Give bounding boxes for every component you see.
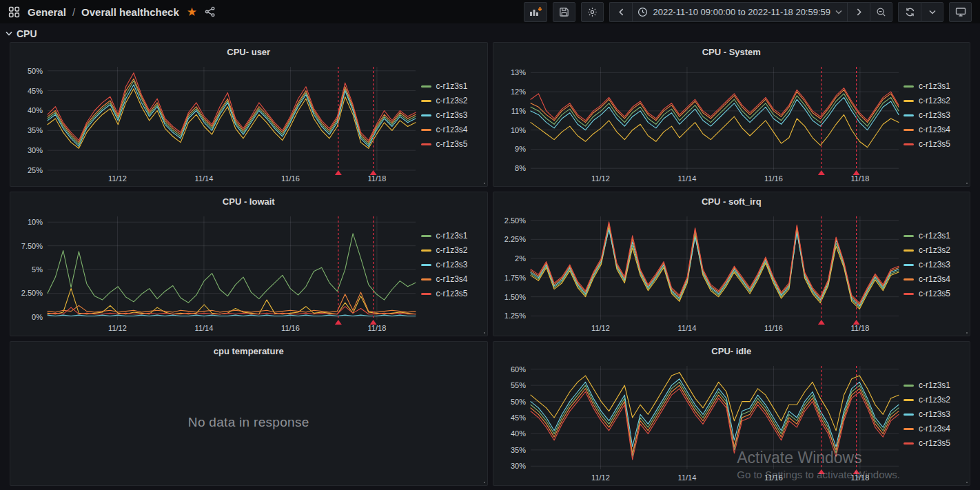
svg-text:45%: 45% [28, 87, 43, 95]
breadcrumb-dashboard-title[interactable]: Overall healthcheck [81, 6, 179, 18]
legend-item-c-r1z3s4[interactable]: c-r1z3s4 [904, 125, 967, 134]
svg-text:13%: 13% [510, 68, 525, 76]
legend-series-label: c-r1z3s1 [436, 81, 468, 91]
legend-color-swatch [904, 235, 914, 237]
svg-text:40%: 40% [510, 429, 525, 438]
breadcrumb-section[interactable]: General [28, 6, 66, 18]
cpu-soft-irq-chart[interactable]: 2.50%2.25%2%1.75%1.50%1.25%11/1211/1411/… [498, 210, 904, 334]
refresh-interval-dropdown-button[interactable] [921, 2, 943, 22]
legend-item-c-r1z3s1[interactable]: c-r1z3s1 [421, 231, 484, 241]
legend-item-c-r1z3s1[interactable]: c-r1z3s1 [904, 81, 967, 91]
row-chevron-down-icon [6, 31, 12, 36]
legend-item-c-r1z3s3[interactable]: c-r1z3s3 [421, 110, 484, 120]
legend-item-c-r1z3s2[interactable]: c-r1z3s2 [904, 395, 967, 405]
save-dashboard-button[interactable] [553, 2, 575, 22]
favorite-star-icon[interactable]: ★ [187, 6, 197, 18]
cpu-idle-legend: c-r1z3s1c-r1z3s2c-r1z3s3c-r1z3s4c-r1z3s5 [904, 360, 967, 484]
zoom-out-button[interactable] [870, 2, 892, 22]
legend-item-c-r1z3s4[interactable]: c-r1z3s4 [421, 125, 484, 134]
legend-item-c-r1z3s3[interactable]: c-r1z3s3 [904, 110, 967, 120]
legend-item-c-r1z3s3[interactable]: c-r1z3s3 [421, 260, 484, 269]
legend-item-c-r1z3s5[interactable]: c-r1z3s5 [904, 438, 967, 448]
panel-title-cpu-idle[interactable]: CPU- idle [493, 342, 970, 360]
svg-text:25%: 25% [28, 166, 43, 174]
row-header-cpu[interactable]: CPU [6, 25, 970, 42]
legend-series-label: c-r1z3s4 [919, 424, 950, 433]
legend-item-c-r1z3s2[interactable]: c-r1z3s2 [421, 245, 484, 255]
svg-text:1.75%: 1.75% [504, 274, 525, 282]
panel-title-cpu-soft-irq[interactable]: CPU - soft_irq [493, 192, 970, 210]
time-range-label: 2022-11-10 09:00:00 to 2022-11-18 20:59:… [653, 7, 830, 17]
cpu-soft-irq-legend: c-r1z3s1c-r1z3s2c-r1z3s3c-r1z3s4c-r1z3s5 [904, 210, 967, 334]
legend-color-swatch [421, 85, 431, 88]
svg-text:11/12: 11/12 [591, 324, 610, 332]
svg-text:11/14: 11/14 [677, 174, 696, 183]
legend-series-label: c-r1z3s5 [919, 139, 950, 149]
svg-text:7.50%: 7.50% [21, 242, 43, 250]
svg-text:11/16: 11/16 [764, 174, 783, 183]
legend-series-label: c-r1z3s2 [919, 245, 950, 255]
dashboard-settings-button[interactable] [581, 2, 604, 22]
svg-text:55%: 55% [510, 381, 525, 389]
legend-item-c-r1z3s4[interactable]: c-r1z3s4 [904, 274, 967, 284]
legend-item-c-r1z3s4[interactable]: c-r1z3s4 [904, 424, 967, 433]
panel-title-cpu-user[interactable]: CPU- user [10, 43, 487, 61]
panel-title-cpu-system[interactable]: CPU - System [493, 43, 970, 61]
svg-text:11/16: 11/16 [764, 473, 783, 482]
svg-text:11/18: 11/18 [368, 174, 387, 183]
legend-item-c-r1z3s5[interactable]: c-r1z3s5 [904, 139, 967, 149]
legend-color-swatch [421, 293, 431, 295]
svg-text:2.25%: 2.25% [504, 235, 525, 243]
svg-text:11/14: 11/14 [677, 324, 696, 332]
legend-color-swatch [904, 264, 914, 266]
legend-series-label: c-r1z3s5 [436, 289, 468, 298]
legend-item-c-r1z3s1[interactable]: c-r1z3s1 [904, 231, 967, 241]
legend-color-swatch [421, 264, 431, 266]
panel-title-cpu-iowait[interactable]: CPU - Iowait [10, 192, 487, 210]
add-panel-button[interactable] [524, 2, 547, 22]
time-range-picker-button[interactable]: 2022-11-10 09:00:00 to 2022-11-18 20:59:… [632, 2, 847, 22]
refresh-button[interactable] [898, 2, 921, 22]
svg-text:9%: 9% [515, 145, 526, 153]
legend-item-c-r1z3s2[interactable]: c-r1z3s2 [904, 96, 967, 105]
time-range-back-button[interactable] [609, 2, 632, 22]
magnifier-minus-icon [876, 7, 886, 17]
legend-series-label: c-r1z3s2 [919, 395, 950, 405]
legend-series-label: c-r1z3s5 [919, 438, 950, 448]
grafana-app: General / Overall healthcheck ★ [0, 0, 980, 490]
legend-item-c-r1z3s2[interactable]: c-r1z3s2 [904, 245, 967, 255]
panel-cpu-user: CPU- user 50%45%40%35%30%25%11/1211/1411… [10, 42, 488, 187]
legend-item-c-r1z3s5[interactable]: c-r1z3s5 [904, 289, 967, 298]
cpu-user-chart[interactable]: 50%45%40%35%30%25%11/1211/1411/1611/18 [14, 61, 421, 185]
legend-item-c-r1z3s3[interactable]: c-r1z3s3 [904, 260, 967, 269]
legend-item-c-r1z3s3[interactable]: c-r1z3s3 [904, 409, 967, 419]
dashboard-canvas: CPU CPU- user 50%45%40%35%30%25%11/1211/… [0, 23, 980, 486]
svg-text:8%: 8% [515, 164, 526, 172]
cycle-view-mode-button[interactable] [949, 2, 972, 22]
legend-item-c-r1z3s5[interactable]: c-r1z3s5 [421, 139, 484, 149]
panel-cpu-soft-irq: CPU - soft_irq 2.50%2.25%2%1.75%1.50%1.2… [493, 192, 971, 336]
legend-item-c-r1z3s1[interactable]: c-r1z3s1 [904, 380, 967, 390]
cpu-idle-chart[interactable]: 60%55%50%45%40%35%30%11/1211/1411/1611/1… [498, 360, 904, 484]
legend-item-c-r1z3s1[interactable]: c-r1z3s1 [421, 81, 484, 91]
panel-title-cpu-temperature[interactable]: cpu temperature [10, 342, 487, 360]
dashboards-grid-icon[interactable] [8, 6, 20, 18]
time-picker-chevron-down-icon [835, 10, 842, 14]
legend-series-label: c-r1z3s2 [919, 96, 950, 105]
legend-color-swatch [904, 293, 914, 295]
legend-color-swatch [421, 143, 431, 145]
time-range-forward-button[interactable] [847, 2, 870, 22]
legend-series-label: c-r1z3s5 [436, 139, 468, 149]
legend-item-c-r1z3s5[interactable]: c-r1z3s5 [421, 289, 484, 298]
share-icon[interactable] [205, 6, 216, 17]
clock-icon [637, 7, 648, 17]
cpu-system-chart[interactable]: 13%12%11%10%9%8%11/1211/1411/1611/18 [498, 61, 904, 185]
svg-text:11/16: 11/16 [281, 324, 300, 332]
svg-text:11/14: 11/14 [195, 324, 214, 332]
cpu-iowait-chart[interactable]: 10%7.50%5%2.50%0%11/1211/1411/1611/18 [14, 210, 421, 334]
panels-grid: CPU- user 50%45%40%35%30%25%11/1211/1411… [10, 42, 970, 486]
legend-item-c-r1z3s2[interactable]: c-r1z3s2 [421, 96, 484, 105]
svg-text:45%: 45% [510, 414, 525, 422]
legend-item-c-r1z3s4[interactable]: c-r1z3s4 [421, 274, 484, 284]
svg-text:11/12: 11/12 [591, 174, 610, 183]
